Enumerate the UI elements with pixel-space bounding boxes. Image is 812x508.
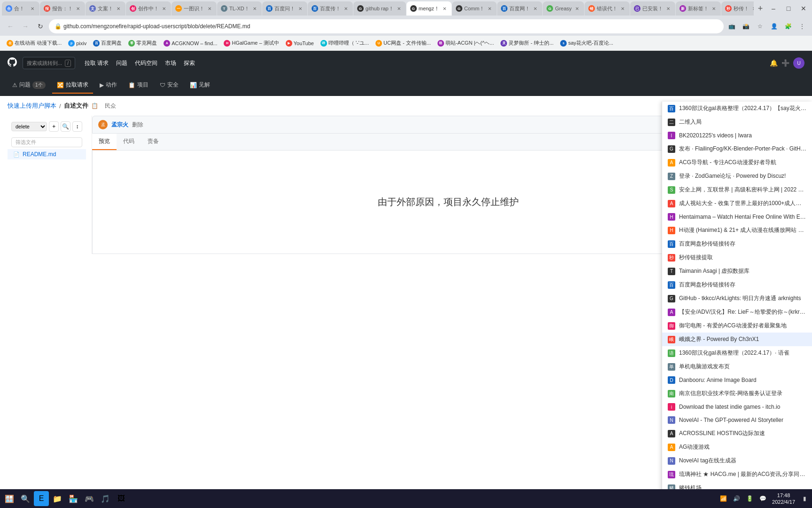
tab-close-button[interactable]: ✕ (396, 5, 402, 12)
menu-button[interactable]: ⋮ (796, 20, 808, 32)
taskbar-media[interactable]: 🎵 (98, 491, 113, 506)
tab-close-button[interactable]: ✕ (75, 5, 81, 12)
tab-close-button[interactable]: ✕ (532, 5, 539, 12)
new-tab-button[interactable]: + (754, 2, 766, 15)
dropdown-item-11[interactable]: 秒 秒传链接提取 (662, 251, 812, 264)
browser-tab-t10[interactable]: G mengz！ ✕ (406, 1, 452, 16)
search-taskbar[interactable]: 🔍 (18, 491, 33, 506)
repo-nav-pull-requests[interactable]: 🔀 拉取请求 (52, 77, 93, 94)
dropdown-item-27[interactable]: 琉 琉璃神社 ★ HACG.me | 最新的ACG资讯,分享同人动漫的快乐 (662, 468, 812, 481)
reload-button[interactable]: ↻ (34, 20, 47, 33)
bookmark-item[interactable]: 灵 灵梦御所 - 绅士的... (498, 39, 556, 48)
network-icon[interactable]: 📶 (718, 493, 729, 504)
bookmark-item[interactable]: A ACGKNOW – find... (161, 39, 220, 48)
browser-tab-t7[interactable]: 百 百度问！ ✕ (262, 1, 307, 16)
dropdown-item-20[interactable]: D Danbooru: Anime Image Board (662, 373, 812, 387)
extensions-button[interactable]: 🧩 (782, 20, 794, 32)
taskbar-edge[interactable]: E (34, 491, 49, 506)
volume-icon[interactable]: 🔊 (731, 493, 742, 504)
browser-tab-t5[interactable]: 一 一图识！ ✕ (172, 1, 217, 16)
notifications-icon[interactable]: 🔔 (770, 59, 778, 67)
tab-close-button[interactable]: ✕ (343, 5, 349, 12)
battery-icon[interactable]: 🔋 (744, 493, 755, 504)
tab-code[interactable]: 代码 (117, 134, 141, 150)
bookmark-item[interactable]: 百 百度网盘 (90, 39, 125, 48)
bookmark-button[interactable]: ☆ (754, 20, 766, 32)
nav-explore[interactable]: 探索 (184, 59, 195, 67)
bookmark-item[interactable]: s say花火吧-百度论... (557, 39, 616, 48)
bookmark-item[interactable]: 哔 哔哩哔哩（ '-'ユ... (318, 39, 372, 48)
dropdown-item-7[interactable]: A 成人视站大全 - 收集了世界上最好的1000+成人网站 (662, 197, 812, 210)
back-button[interactable]: ← (4, 20, 17, 33)
browser-tab-t11[interactable]: G Comm！ ✕ (452, 1, 497, 16)
repo-nav-insights[interactable]: 📊 见解 (185, 77, 215, 94)
user-avatar[interactable]: U (793, 57, 804, 69)
filter-input[interactable]: 筛选文件 (11, 137, 82, 147)
browser-tab-t16[interactable]: 新 新标签！ ✕ (676, 1, 721, 16)
bookmark-item[interactable]: U UC网盘 - 文件传输... (373, 39, 434, 48)
bookmark-item[interactable]: H HGalGame – 测试中 (221, 39, 281, 48)
browser-tab-t12[interactable]: 百 百度网！ ✕ (497, 1, 542, 16)
url-input[interactable]: 🔒 github.com/mengzonefire/rapid-upload-u… (49, 19, 724, 33)
browser-tab-t13[interactable]: G Greasy ✕ (543, 1, 584, 16)
dropdown-item-0[interactable]: 百 1360部汉化gal表格整理（2022.4.17）【say花火吧】_百度贴.… (662, 102, 812, 115)
start-button[interactable]: 🪟 (2, 491, 17, 506)
tab-close-button[interactable]: ✕ (574, 5, 580, 12)
create-new-icon[interactable]: ➕ (781, 59, 789, 67)
tab-close-button[interactable]: ✕ (297, 5, 304, 12)
breadcrumb-copy-icon[interactable]: 📋 (91, 103, 98, 109)
tab-close-button[interactable]: ✕ (486, 5, 493, 12)
dropdown-item-12[interactable]: T Taimanin Asagi | 虚拟数据库 (662, 264, 812, 278)
dropdown-item-2[interactable]: I BK20201225's videos | Iwara (662, 129, 812, 142)
branch-select[interactable]: delete (11, 122, 47, 131)
profile-button[interactable]: 👤 (768, 20, 780, 32)
notification-icon[interactable]: 💬 (757, 493, 768, 504)
taskbar-folder[interactable]: 📁 (50, 491, 65, 506)
tab-close-button[interactable]: ✕ (751, 5, 754, 12)
bookmark-item[interactable]: 在 在线动画 动漫下载... (4, 39, 64, 48)
dropdown-item-21[interactable]: 南 南京信息职业技术学院-网络服务认证登录 (662, 387, 812, 400)
tab-close-button[interactable]: ✕ (441, 5, 448, 12)
dropdown-item-24[interactable]: A ACROSSLINE HOSTING边际加速 (662, 427, 812, 440)
dropdown-item-13[interactable]: 百 百度网盘秒传链接转存 (662, 278, 812, 292)
tab-close-button[interactable]: ✕ (29, 5, 36, 12)
browser-tab-t1[interactable]: 合 合！ ✕ (2, 1, 39, 16)
bookmark-item[interactable]: 零 零克网盘 (125, 39, 160, 48)
tab-close-button[interactable]: ✕ (251, 5, 258, 12)
browser-tab-t9[interactable]: G github rap！ ✕ (353, 1, 406, 16)
cast-button[interactable]: 📺 (726, 20, 738, 32)
browser-tab-t4[interactable]: 创 创作中！ ✕ (126, 1, 171, 16)
dropdown-item-18[interactable]: 语 1360部汉化gal表格整理（2022.4.17）· 语雀 (662, 346, 812, 360)
nav-issues[interactable]: 问题 (116, 59, 127, 67)
dropdown-item-8[interactable]: H Hentaimama – Watch Hentai Free Online … (662, 210, 812, 223)
repo-nav-projects[interactable]: 📋 项目 (124, 77, 153, 94)
dropdown-item-6[interactable]: S 安全上网，互联世界 | 高级私密科学上网 | 2022 最推荐小牛加... (662, 183, 812, 197)
repo-nav-security[interactable]: 🛡 安全 (155, 77, 183, 94)
maximize-button[interactable]: □ (782, 2, 795, 15)
browser-tab-t2[interactable]: 报 报告：！ ✕ (40, 1, 85, 16)
nav-codespaces[interactable]: 代码空间 (135, 59, 157, 67)
github-search[interactable]: 搜索或跳转到... / (23, 57, 75, 69)
dropdown-item-5[interactable]: Z 登录 · ZodGame论坛 · Powered by Discuz! (662, 169, 812, 183)
taskbar-store[interactable]: 🏪 (66, 491, 81, 506)
tab-close-button[interactable]: ✕ (665, 5, 671, 12)
browser-tab-t8[interactable]: 百 百度传！ ✕ (308, 1, 353, 16)
dropdown-item-26[interactable]: N NovelAI tag在线生成器 (662, 454, 812, 468)
repo-nav-issues[interactable]: ⚠ 问题 1个 (8, 77, 50, 94)
dropdown-item-1[interactable]: 二 二维入局 (662, 115, 812, 129)
dropdown-item-16[interactable]: 御 御宅电阁 - 有爱的ACG动漫爱好者最聚集地 (662, 319, 812, 333)
dropdown-item-4[interactable]: A ACG导导航 - 专注ACG动漫爱好者导航 (662, 156, 812, 169)
dropdown-item-3[interactable]: G 发布 · FlailingFog/KK-Blender-Porter-Pac… (662, 142, 812, 156)
repo-nav-actions[interactable]: ▶ 动作 (95, 77, 122, 94)
browser-tab-t6[interactable]: T TL-XD！ ✕ (217, 1, 262, 16)
search-files-button[interactable]: 🔍 (61, 121, 70, 132)
browser-tab-t17[interactable]: 秒 秒传！ ✕ (721, 1, 754, 16)
collapse-button[interactable]: ↕ (72, 121, 82, 132)
dropdown-item-14[interactable]: G GitHub - tkkcc/ArkLights: 明日方舟速通 arkni… (662, 292, 812, 305)
browser-tab-t15[interactable]: 已 已安装！ ✕ (630, 1, 675, 16)
minimize-button[interactable]: – (767, 2, 780, 15)
screenshot-button[interactable]: 📸 (740, 20, 752, 32)
add-file-button[interactable]: + (49, 121, 59, 132)
dropdown-item-23[interactable]: N NovelAI - The GPT-powered AI Storytell… (662, 413, 812, 427)
bookmark-item[interactable]: p pixiv (65, 39, 89, 48)
